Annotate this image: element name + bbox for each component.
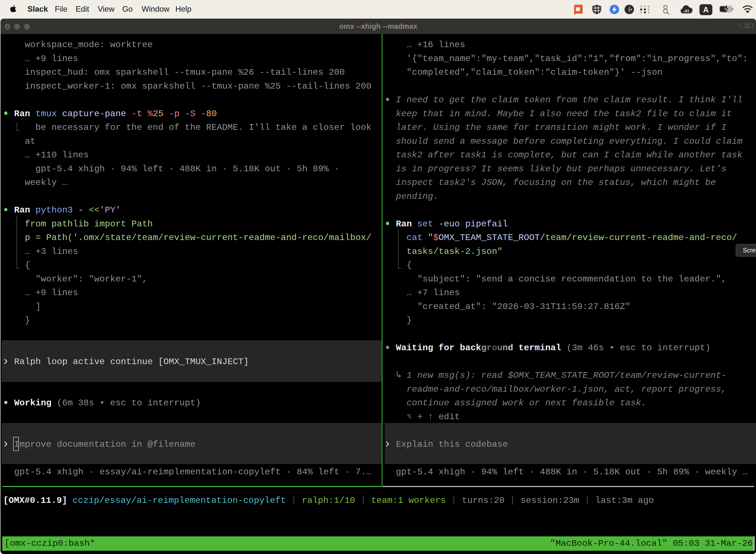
svg-text:A: A — [703, 5, 709, 14]
svg-text:..61: ..61 — [683, 9, 689, 13]
